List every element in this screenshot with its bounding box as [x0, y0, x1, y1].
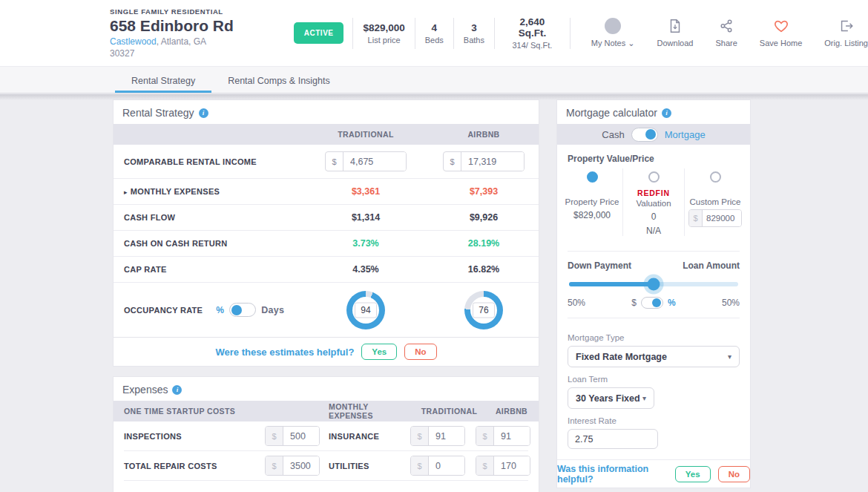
rental-strategy-card: Rental Strategy i TRADITIONAL AIRBNB COM…	[113, 99, 539, 367]
down-payment-label: Down Payment	[568, 260, 631, 271]
feedback-no-button[interactable]: No	[718, 466, 750, 482]
traditional-coc-return: 3.73%	[303, 238, 429, 249]
info-icon[interactable]: i	[199, 108, 208, 118]
notes-circle-icon	[605, 18, 621, 34]
insurance-traditional-input[interactable]	[429, 427, 464, 445]
dollar-percent-toggle[interactable]	[641, 297, 663, 309]
currency-symbol: $	[689, 210, 703, 226]
info-icon[interactable]: i	[662, 108, 671, 118]
feedback-question: Were these estimates helpful?	[215, 347, 354, 358]
feedback-yes-button[interactable]: Yes	[675, 466, 711, 482]
expand-icon[interactable]: ▸	[124, 188, 128, 196]
inspections-input[interactable]	[283, 427, 319, 445]
table-row-cap-rate: CAP RATE 4.35% 16.82%	[114, 257, 539, 283]
loan-term-dropdown[interactable]: 30 Years Fixed ▾	[568, 387, 654, 409]
currency-symbol: $	[266, 427, 283, 445]
stat-beds: 4 Beds	[415, 22, 453, 45]
traditional-income-input-group: $	[325, 151, 407, 171]
section-title: Expenses	[122, 384, 168, 396]
expenses-card: Expenses i ONE TIME STARTUP COSTS MONTHL…	[113, 376, 539, 492]
strategy-table-header: TRADITIONAL AIRBNB	[114, 124, 539, 145]
down-payment-slider-fill	[569, 282, 654, 286]
tab-rental-strategy[interactable]: Rental Strategy	[115, 68, 211, 93]
original-listing-button[interactable]: Orig. Listing	[824, 18, 868, 47]
property-location: Castlewood, Atlanta, GA	[110, 36, 288, 47]
mortgage-option-label[interactable]: Mortgage	[665, 129, 706, 140]
traditional-income-input[interactable]	[343, 152, 406, 171]
table-row-rental-income: COMPARABLE RENTAL INCOME $ $	[114, 145, 539, 179]
repair-costs-input[interactable]	[283, 456, 319, 475]
monthly-expenses-header: MONTHLY EXPENSES	[329, 402, 414, 420]
startup-label: TOTAL REPAIR COSTS	[124, 462, 265, 470]
property-type: SINGLE FAMILY RESIDENTIAL	[110, 7, 288, 16]
column-traditional: TRADITIONAL	[303, 130, 429, 139]
stat-baths: 3 Baths	[454, 22, 494, 45]
radio-icon[interactable]	[710, 171, 721, 183]
option-redfin-valuation[interactable]: REDFIN Valuation 0 N/A	[622, 168, 684, 236]
interest-rate-label: Interest Rate	[557, 409, 750, 429]
info-feedback: Was this information helpful? Yes No	[557, 459, 750, 488]
utilities-airbnb-input[interactable]	[494, 456, 530, 475]
currency-symbol: $	[266, 456, 283, 475]
utilities-traditional-input[interactable]	[429, 456, 464, 475]
toggle-knob	[645, 129, 656, 140]
save-home-button[interactable]: Save Home	[760, 18, 802, 47]
property-stats: $829,000 List price 4 Beds 3 Baths 2,640…	[352, 16, 570, 50]
occupancy-donut-airbnb: 76	[464, 291, 503, 329]
mortgage-calculator-card: Mortgage calculator i Cash Mortgage Prop…	[556, 99, 751, 488]
cash-mortgage-toggle[interactable]	[631, 128, 658, 142]
monthly-label: UTILITIES	[329, 462, 400, 470]
occupancy-unit-toggle[interactable]	[229, 303, 256, 317]
interest-rate-input[interactable]	[568, 429, 658, 449]
table-row-monthly-expenses[interactable]: ▸MONTHLY EXPENSES $3,361 $7,393	[114, 179, 539, 205]
cash-option-label[interactable]: Cash	[602, 129, 624, 140]
feedback-no-button[interactable]: No	[404, 344, 436, 360]
property-value-label: Property Value/Price	[557, 145, 750, 167]
airbnb-income-input[interactable]	[461, 152, 524, 171]
cash-mortgage-bar: Cash Mortgage	[557, 124, 750, 145]
airbnb-coc-return: 28.19%	[429, 238, 539, 249]
tab-bar: Rental Strategy Rental Comps & Insights	[0, 67, 868, 94]
column-airbnb: AIRBNB	[484, 407, 539, 416]
price-options: Property Price $829,000 REDFIN Valuation…	[557, 167, 750, 243]
occupancy-airbnb-value[interactable]: 76	[473, 302, 495, 318]
down-payment-slider-knob[interactable]	[648, 278, 660, 291]
section-title: Mortgage calculator	[566, 107, 657, 119]
traditional-cap-rate: 4.35%	[303, 264, 429, 275]
tab-rental-comps[interactable]: Rental Comps & Insights	[211, 68, 346, 93]
table-row-occupancy: OCCUPANCY RATE % Days 94	[114, 283, 539, 338]
stat-sqft: 2,640 Sq.Ft. 314/ Sq.Ft.	[495, 16, 570, 50]
occupancy-traditional-value[interactable]: 94	[355, 302, 377, 318]
radio-selected-icon[interactable]	[587, 171, 598, 183]
redfin-logo: REDFIN	[623, 188, 684, 197]
feedback-yes-button[interactable]: Yes	[361, 344, 397, 360]
traditional-monthly-expenses: $3,361	[303, 186, 429, 197]
percent-option-label[interactable]: %	[216, 305, 224, 315]
loan-term-label: Loan Term	[557, 367, 750, 387]
custom-price-input[interactable]	[703, 210, 741, 226]
down-payment-slider[interactable]	[569, 282, 738, 286]
down-payment-percent: 50%	[568, 298, 585, 308]
option-property-price[interactable]: Property Price $829,000	[562, 168, 622, 236]
column-airbnb: AIRBNB	[429, 130, 539, 139]
download-button[interactable]: Download	[657, 18, 694, 47]
stat-list-price: $829,000 List price	[353, 22, 414, 45]
startup-label: INSPECTIONS	[124, 432, 265, 441]
property-address: 658 Edinboro Rd	[110, 17, 288, 35]
dollar-option-label[interactable]: $	[631, 298, 637, 308]
monthly-label: INSURANCE	[329, 432, 400, 441]
heart-icon	[773, 18, 789, 34]
currency-symbol: $	[411, 456, 429, 475]
neighborhood-link[interactable]: Castlewood	[110, 36, 157, 47]
traditional-cash-flow: $1,314	[303, 212, 429, 223]
radio-icon[interactable]	[648, 171, 660, 183]
share-button[interactable]: Share	[715, 18, 737, 47]
info-icon[interactable]: i	[172, 385, 182, 395]
option-custom-price[interactable]: Custom Price $	[684, 168, 746, 236]
mortgage-type-dropdown[interactable]: Fixed Rate Mortgage ▾	[568, 346, 740, 367]
days-option-label[interactable]: Days	[261, 305, 284, 315]
divider	[568, 251, 740, 252]
my-notes-button[interactable]: My Notes ⌄	[591, 18, 635, 48]
insurance-airbnb-input[interactable]	[494, 427, 530, 445]
percent-option-label[interactable]: %	[668, 298, 676, 308]
